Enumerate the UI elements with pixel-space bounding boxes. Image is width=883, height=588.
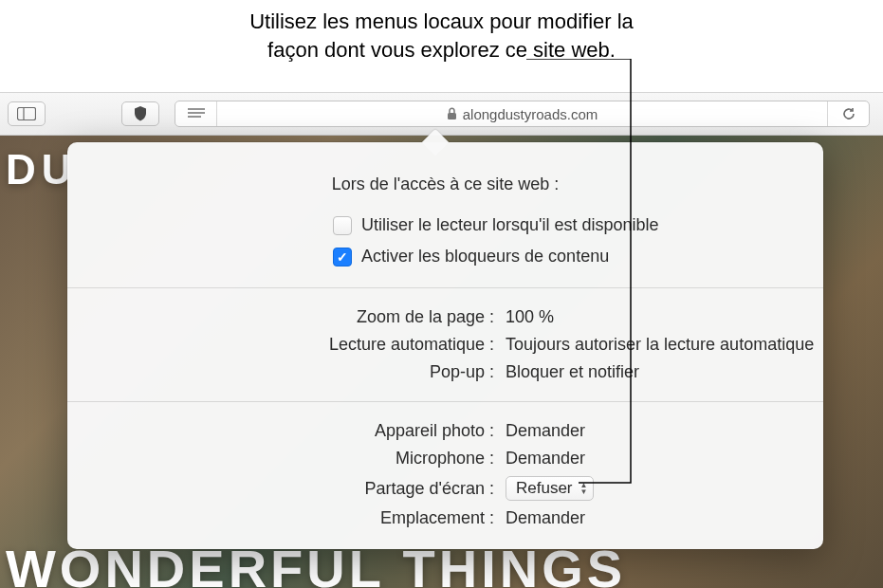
content-blockers-checkbox[interactable]: ✓ <box>333 248 352 266</box>
screenshare-value-text: Refuser <box>516 479 573 498</box>
use-reader-checkbox[interactable] <box>333 216 352 235</box>
svg-rect-5 <box>448 113 456 119</box>
url-display: alongdustyroads.com <box>217 106 827 122</box>
sidebar-toggle-button[interactable] <box>8 101 46 126</box>
location-value[interactable]: Demander <box>506 508 585 528</box>
reader-mode-button[interactable] <box>175 101 217 126</box>
camera-row: Appareil photo : Demander <box>67 417 823 445</box>
screenshare-label: Partage d'écran : <box>67 479 506 499</box>
annotation-line2: façon dont vous explorez ce site web. <box>267 38 616 62</box>
location-label: Emplacement : <box>67 508 506 528</box>
location-row: Emplacement : Demander <box>67 505 823 532</box>
sidebar-icon <box>17 107 36 120</box>
reload-button[interactable] <box>827 101 869 126</box>
microphone-value[interactable]: Demander <box>506 449 585 469</box>
content-blockers-row[interactable]: ✓ Activer les bloqueurs de contenu <box>333 241 823 272</box>
zoom-label: Zoom de la page : <box>67 307 506 327</box>
popup-value-text: Bloquer et notifier <box>506 362 639 382</box>
privacy-shield-button[interactable] <box>121 101 159 126</box>
popover-title: Lors de l'accès à ce site web : <box>67 157 823 210</box>
site-settings-popover: Lors de l'accès à ce site web : Utiliser… <box>67 142 823 549</box>
screenshare-value-wrap: Refuser ▲▼ <box>506 476 594 501</box>
camera-value-text: Demander <box>506 421 585 441</box>
microphone-row: Microphone : Demander <box>67 445 823 472</box>
autoplay-value-text: Toujours autoriser la lecture automatiqu… <box>506 335 814 355</box>
camera-value[interactable]: Demander <box>506 421 585 441</box>
annotation-caption: Utilisez les menus locaux pour modifier … <box>0 8 883 64</box>
annotation-line1: Utilisez les menus locaux pour modifier … <box>249 9 634 33</box>
chevron-updown-icon: ▲▼ <box>580 482 588 495</box>
svg-rect-0 <box>18 108 36 120</box>
autoplay-row: Lecture automatique : Toujours autoriser… <box>67 331 823 358</box>
screenshare-dropdown[interactable]: Refuser ▲▼ <box>506 476 594 501</box>
zoom-value[interactable]: 100 % <box>506 307 554 327</box>
location-value-text: Demander <box>506 508 585 528</box>
autoplay-value[interactable]: Toujours autoriser la lecture automatiqu… <box>506 335 814 355</box>
url-bar[interactable]: alongdustyroads.com <box>175 101 870 127</box>
microphone-value-text: Demander <box>506 449 585 469</box>
zoom-value-text: 100 % <box>506 307 554 327</box>
content-blockers-label: Activer les bloqueurs de contenu <box>361 247 609 266</box>
reader-icon <box>188 108 205 119</box>
browser-toolbar: alongdustyroads.com <box>0 92 883 136</box>
use-reader-label: Utiliser le lecteur lorsqu'il est dispon… <box>361 215 659 235</box>
popup-row: Pop-up : Bloquer et notifier <box>67 358 823 386</box>
popup-label: Pop-up : <box>67 362 506 382</box>
use-reader-row[interactable]: Utiliser le lecteur lorsqu'il est dispon… <box>333 210 823 241</box>
popup-value[interactable]: Bloquer et notifier <box>506 362 639 382</box>
screenshare-row: Partage d'écran : Refuser ▲▼ <box>67 472 823 505</box>
url-text: alongdustyroads.com <box>463 106 598 122</box>
lock-icon <box>447 107 457 120</box>
reload-icon <box>841 106 856 121</box>
microphone-label: Microphone : <box>67 449 506 469</box>
camera-label: Appareil photo : <box>67 421 506 441</box>
autoplay-label: Lecture automatique : <box>67 335 506 355</box>
zoom-row: Zoom de la page : 100 % <box>67 303 823 331</box>
shield-icon <box>134 106 147 121</box>
bg-text-bottom: WONDERFUL THINGS <box>0 542 883 588</box>
